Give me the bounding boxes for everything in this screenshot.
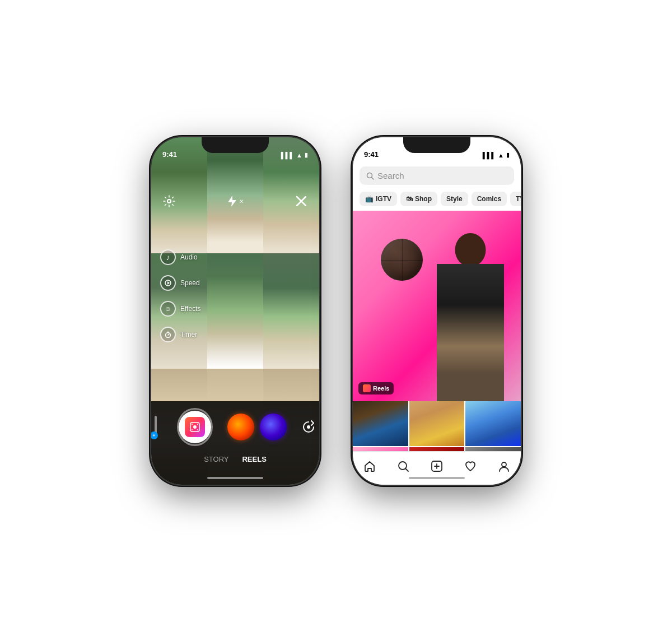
left-home-indicator [207, 477, 263, 479]
person-figure [426, 222, 515, 401]
gallery-thumbnail[interactable]: + [155, 416, 157, 438]
thumb-1[interactable] [353, 401, 408, 446]
home-nav-button[interactable] [360, 456, 380, 476]
thumb-2[interactable] [409, 401, 465, 446]
search-placeholder: Search [377, 171, 404, 180]
reels-icon [185, 417, 205, 437]
search-nav-button[interactable] [393, 456, 413, 476]
filter-stars[interactable] [227, 414, 254, 440]
tv-movies-label: TV & Movies [516, 195, 521, 203]
thumb-6[interactable] [465, 447, 521, 451]
svg-point-14 [192, 429, 193, 430]
svg-point-24 [502, 462, 506, 467]
right-home-indicator [409, 477, 465, 479]
shop-tab[interactable]: 🛍 Shop [400, 192, 437, 206]
style-tab[interactable]: Style [441, 192, 468, 206]
shop-label: Shop [415, 195, 432, 203]
right-status-time: 9:41 [364, 150, 379, 159]
heart-nav-button[interactable] [460, 456, 480, 476]
featured-reel[interactable]: Reels [353, 211, 521, 401]
igtv-icon: 📺 [365, 195, 374, 203]
grid-cell-center [207, 253, 263, 369]
camera-bottom-controls: + [151, 401, 319, 485]
reels-tab[interactable]: REELS [242, 455, 266, 463]
left-phone-notch [202, 137, 269, 153]
filter-blue[interactable] [260, 414, 287, 440]
filter-options [227, 414, 287, 440]
svg-line-18 [372, 177, 374, 179]
right-signal-icon: ▌▌▌ [483, 152, 496, 159]
right-phone-notch [403, 137, 470, 153]
right-phone-screen: 9:41 ▌▌▌ ▲ ▮ Search [353, 137, 521, 485]
right-status-icons: ▌▌▌ ▲ ▮ [483, 151, 510, 159]
igtv-tab[interactable]: 📺 IGTV [360, 192, 397, 206]
thumbnail-grid [353, 401, 521, 451]
person-body [437, 264, 504, 401]
flip-camera-button[interactable] [301, 417, 316, 437]
comics-label: Comics [477, 195, 501, 203]
profile-nav-button[interactable] [494, 456, 514, 476]
reels-badge-icon [363, 384, 371, 392]
camera-mode-tabs: STORY REELS [151, 451, 319, 468]
thumb-5[interactable] [409, 447, 465, 451]
left-phone-screen: 9:41 ▌▌▌ ▲ ▮ [151, 137, 319, 485]
svg-point-12 [192, 424, 193, 425]
search-input[interactable]: Search [360, 166, 514, 185]
search-icon [366, 172, 374, 180]
left-phone: 9:41 ▌▌▌ ▲ ▮ [151, 137, 319, 485]
comics-tab[interactable]: Comics [472, 192, 507, 206]
tv-movies-tab[interactable]: TV & Movies [510, 192, 521, 206]
style-label: Style [446, 195, 463, 203]
right-wifi-icon: ▲ [498, 152, 504, 159]
add-to-gallery-badge: + [151, 431, 158, 439]
grid-cell-6 [263, 253, 319, 369]
grid-cell-2 [207, 137, 263, 253]
right-battery-icon: ▮ [506, 151, 510, 159]
shutter-button[interactable] [177, 408, 213, 446]
shop-icon: 🛍 [406, 195, 413, 203]
grid-cell-1 [151, 137, 207, 253]
grid-cell-3 [263, 137, 319, 253]
main-content: Reels [353, 211, 521, 451]
thumb-3[interactable] [465, 401, 521, 446]
svg-point-11 [193, 425, 197, 429]
igtv-label: IGTV [376, 195, 391, 203]
thumb-4[interactable] [353, 447, 408, 451]
grid-cell-4 [151, 253, 207, 369]
bottom-navigation [353, 451, 521, 485]
shutter-inner [179, 411, 211, 443]
search-bar-container: Search [353, 162, 521, 189]
basketball [381, 239, 423, 281]
svg-point-13 [197, 424, 198, 425]
category-tabs: 📺 IGTV 🛍 Shop Style Comics TV & Movies [353, 189, 521, 211]
reels-badge: Reels [358, 382, 394, 394]
story-tab[interactable]: STORY [204, 455, 228, 463]
svg-line-20 [406, 468, 409, 471]
instagram-screen: 9:41 ▌▌▌ ▲ ▮ Search [353, 137, 521, 485]
reels-badge-label: Reels [373, 385, 389, 392]
svg-point-16 [307, 425, 310, 429]
camera-background: 9:41 ▌▌▌ ▲ ▮ [151, 137, 319, 485]
shutter-row: + [151, 401, 319, 451]
svg-point-15 [197, 429, 198, 430]
right-phone: 9:41 ▌▌▌ ▲ ▮ Search [353, 137, 521, 485]
add-nav-button[interactable] [427, 456, 447, 476]
